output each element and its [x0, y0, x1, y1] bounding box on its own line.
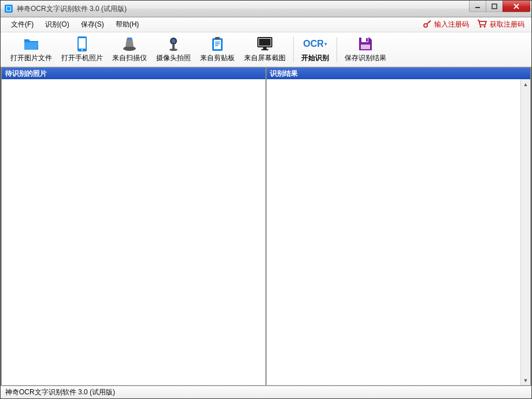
- open-phone-button[interactable]: 打开手机照片: [57, 34, 107, 65]
- monitor-icon: [257, 36, 273, 52]
- menu-save[interactable]: 保存(S): [75, 18, 110, 31]
- toolbar-separator: [337, 37, 337, 62]
- svg-rect-12: [127, 38, 132, 39]
- camera-button[interactable]: 摄像头拍照: [152, 34, 195, 65]
- title-bar[interactable]: 神奇OCR文字识别软件 3.0 (试用版): [1, 1, 531, 17]
- svg-rect-23: [215, 45, 218, 46]
- svg-rect-30: [361, 45, 370, 49]
- app-icon: [4, 4, 13, 13]
- svg-rect-29: [366, 38, 368, 42]
- phone-icon: [74, 36, 90, 52]
- status-text: 神奇OCR文字识别软件 3.0 (试用版): [5, 387, 115, 397]
- svg-rect-26: [263, 47, 267, 49]
- minimize-button[interactable]: [469, 1, 486, 12]
- svg-rect-3: [475, 7, 480, 8]
- svg-rect-22: [215, 43, 220, 45]
- clipboard-icon: [209, 36, 226, 52]
- open-phone-label: 打开手机照片: [61, 53, 103, 63]
- svg-rect-16: [172, 45, 175, 49]
- scroll-up-icon[interactable]: ▲: [521, 79, 530, 89]
- svg-point-17: [169, 49, 178, 51]
- camera-label: 摄像头拍照: [156, 53, 191, 63]
- enter-license-label: 输入注册码: [434, 20, 469, 29]
- open-image-button[interactable]: 打开图片文件: [6, 34, 56, 65]
- close-button[interactable]: [503, 1, 530, 12]
- start-ocr-button[interactable]: OCR▾ 开始识别: [297, 34, 333, 65]
- app-window: 神奇OCR文字识别软件 3.0 (试用版) 文件(F) 识别(O) 保存(S) …: [0, 0, 532, 399]
- svg-rect-2: [7, 7, 10, 10]
- toolbar: 打开图片文件 打开手机照片 来自扫描仪 摄像头拍照 来自剪贴板: [1, 32, 531, 67]
- maximize-button[interactable]: [486, 1, 503, 12]
- start-ocr-label: 开始识别: [301, 53, 329, 63]
- camera-icon: [165, 36, 182, 52]
- scanner-button[interactable]: 来自扫描仪: [108, 34, 151, 65]
- svg-point-7: [484, 26, 486, 28]
- svg-rect-4: [492, 4, 497, 9]
- scroll-down-icon[interactable]: ▼: [521, 375, 530, 385]
- left-panel-header: 待识别的照片: [2, 68, 265, 79]
- menu-file[interactable]: 文件(F): [5, 18, 39, 31]
- open-image-label: 打开图片文件: [10, 53, 52, 63]
- toolbar-separator: [293, 37, 294, 62]
- left-panel-body[interactable]: [2, 79, 265, 385]
- scroll-track[interactable]: [521, 89, 530, 375]
- clipboard-label: 来自剪贴板: [200, 53, 235, 63]
- screenshot-button[interactable]: 来自屏幕截图: [240, 34, 290, 65]
- svg-rect-25: [259, 39, 271, 46]
- svg-point-11: [123, 46, 136, 51]
- ocr-icon: OCR▾: [307, 36, 323, 52]
- menu-recognize[interactable]: 识别(O): [39, 18, 75, 31]
- menu-help[interactable]: 帮助(H): [110, 18, 145, 31]
- window-title: 神奇OCR文字识别软件 3.0 (试用版): [17, 4, 470, 14]
- status-bar: 神奇OCR文字识别软件 3.0 (试用版): [1, 386, 531, 398]
- key-icon: [423, 19, 432, 30]
- content-area: 待识别的照片 识别结果 ▲ ▼: [1, 67, 531, 386]
- enter-license-link[interactable]: 输入注册码: [420, 18, 471, 31]
- svg-rect-21: [215, 42, 220, 43]
- right-panel-header: 识别结果: [267, 68, 530, 79]
- clipboard-button[interactable]: 来自剪贴板: [196, 34, 239, 65]
- svg-point-15: [173, 40, 175, 42]
- left-panel: 待识别的照片: [1, 67, 266, 386]
- window-controls: [470, 1, 531, 12]
- svg-rect-9: [79, 38, 86, 49]
- right-panel: 识别结果 ▲ ▼: [266, 67, 531, 386]
- svg-rect-19: [214, 40, 221, 49]
- floppy-icon: [357, 36, 374, 52]
- folder-icon: [23, 36, 39, 52]
- get-license-link[interactable]: 获取注册码: [475, 18, 527, 31]
- screenshot-label: 来自屏幕截图: [244, 53, 286, 63]
- svg-rect-27: [261, 49, 268, 50]
- svg-point-6: [480, 26, 482, 28]
- vertical-scrollbar[interactable]: ▲ ▼: [520, 79, 530, 385]
- save-result-button[interactable]: 保存识别结果: [341, 34, 390, 65]
- scanner-icon: [121, 36, 138, 52]
- menu-bar: 文件(F) 识别(O) 保存(S) 帮助(H) 输入注册码 获取注册码: [1, 17, 531, 32]
- svg-point-10: [82, 49, 83, 50]
- scanner-label: 来自扫描仪: [112, 53, 147, 63]
- save-result-label: 保存识别结果: [345, 53, 386, 63]
- right-panel-body[interactable]: ▲ ▼: [267, 79, 520, 385]
- cart-icon: [477, 19, 487, 30]
- get-license-label: 获取注册码: [490, 20, 524, 29]
- svg-rect-20: [215, 37, 220, 39]
